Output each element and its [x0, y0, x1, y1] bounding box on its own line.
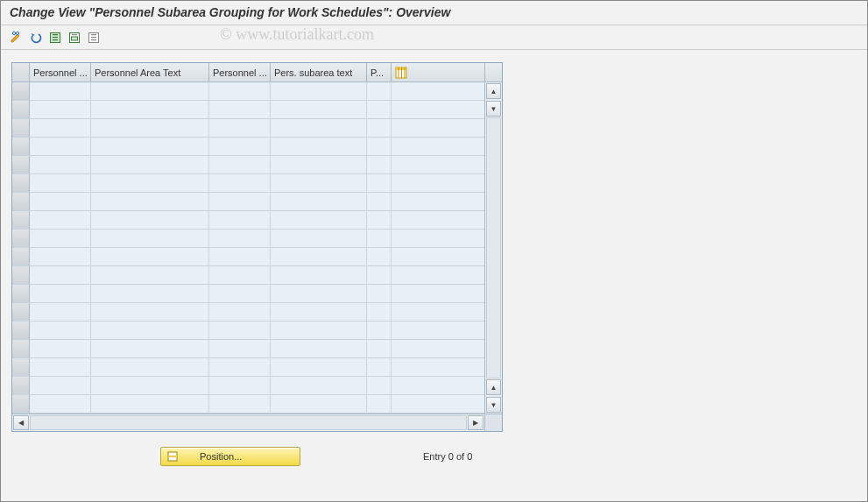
cell-ps-grouping[interactable]	[367, 303, 392, 321]
horizontal-scroll-track[interactable]	[30, 415, 467, 430]
cell-personnel-area[interactable]	[30, 303, 91, 321]
row-selector-header[interactable]	[12, 63, 30, 81]
row-selector[interactable]	[12, 340, 30, 357]
cell-pers-subarea-text[interactable]	[271, 156, 367, 173]
cell-personnel-area-text[interactable]	[91, 193, 209, 210]
cell-personnel-subarea[interactable]	[209, 248, 271, 265]
cell-ps-grouping[interactable]	[367, 138, 392, 155]
row-selector[interactable]	[12, 230, 30, 247]
cell-personnel-subarea[interactable]	[209, 395, 271, 413]
cell-personnel-area-text[interactable]	[91, 285, 209, 302]
cell-pers-subarea-text[interactable]	[271, 138, 367, 155]
cell-personnel-subarea[interactable]	[209, 322, 271, 339]
cell-personnel-area-text[interactable]	[91, 101, 209, 118]
cell-personnel-area-text[interactable]	[91, 211, 209, 229]
row-selector[interactable]	[12, 82, 30, 100]
cell-ps-grouping[interactable]	[367, 193, 392, 210]
cell-ps-grouping[interactable]	[367, 101, 392, 118]
scroll-up-button[interactable]: ▲	[486, 83, 501, 99]
cell-personnel-subarea[interactable]	[209, 303, 271, 321]
cell-personnel-subarea[interactable]	[209, 156, 271, 173]
row-selector[interactable]	[12, 119, 30, 137]
cell-personnel-area[interactable]	[30, 285, 91, 302]
cell-ps-grouping[interactable]	[367, 211, 392, 229]
cell-pers-subarea-text[interactable]	[271, 340, 367, 357]
cell-personnel-area-text[interactable]	[91, 358, 209, 376]
cell-pers-subarea-text[interactable]	[271, 358, 367, 376]
cell-personnel-area[interactable]	[30, 230, 91, 247]
cell-personnel-area[interactable]	[30, 193, 91, 210]
cell-personnel-area-text[interactable]	[91, 377, 209, 394]
column-header-personnel-area-text[interactable]: Personnel Area Text	[91, 63, 209, 81]
cell-ps-grouping[interactable]	[367, 156, 392, 173]
cell-pers-subarea-text[interactable]	[271, 303, 367, 321]
vertical-scroll-track[interactable]	[486, 117, 501, 378]
deselect-all-button[interactable]	[85, 29, 102, 46]
cell-personnel-area-text[interactable]	[91, 174, 209, 192]
row-selector[interactable]	[12, 285, 30, 302]
cell-pers-subarea-text[interactable]	[271, 248, 367, 265]
cell-personnel-subarea[interactable]	[209, 230, 271, 247]
row-selector[interactable]	[12, 377, 30, 394]
cell-personnel-area[interactable]	[30, 248, 91, 265]
cell-ps-grouping[interactable]	[367, 395, 392, 413]
toggle-change-display-button[interactable]	[8, 29, 25, 46]
cell-personnel-area-text[interactable]	[91, 156, 209, 173]
undo-button[interactable]	[27, 29, 45, 46]
row-selector[interactable]	[12, 248, 30, 265]
row-selector[interactable]	[12, 211, 30, 229]
cell-pers-subarea-text[interactable]	[271, 193, 367, 210]
row-selector[interactable]	[12, 138, 30, 155]
column-header-ps-grouping[interactable]: P...	[367, 63, 392, 81]
cell-personnel-area[interactable]	[30, 322, 91, 339]
cell-personnel-area-text[interactable]	[91, 230, 209, 247]
row-selector[interactable]	[12, 395, 30, 413]
cell-ps-grouping[interactable]	[367, 358, 392, 376]
row-selector[interactable]	[12, 101, 30, 118]
cell-personnel-area-text[interactable]	[91, 248, 209, 265]
row-selector[interactable]	[12, 156, 30, 173]
position-button[interactable]: Position...	[160, 447, 300, 466]
cell-personnel-area[interactable]	[30, 395, 91, 413]
cell-pers-subarea-text[interactable]	[271, 101, 367, 118]
cell-personnel-subarea[interactable]	[209, 358, 271, 376]
table-settings-button[interactable]	[392, 63, 411, 81]
cell-personnel-area[interactable]	[30, 82, 91, 100]
cell-personnel-area[interactable]	[30, 174, 91, 192]
cell-personnel-subarea[interactable]	[209, 82, 271, 100]
cell-personnel-subarea[interactable]	[209, 138, 271, 155]
scroll-up-button-2[interactable]: ▲	[486, 379, 501, 395]
scroll-down-button-2[interactable]: ▼	[486, 397, 501, 413]
cell-personnel-area[interactable]	[30, 101, 91, 118]
cell-pers-subarea-text[interactable]	[271, 285, 367, 302]
cell-personnel-subarea[interactable]	[209, 119, 271, 137]
cell-personnel-area[interactable]	[30, 358, 91, 376]
cell-pers-subarea-text[interactable]	[271, 119, 367, 137]
cell-personnel-area[interactable]	[30, 211, 91, 229]
cell-personnel-area[interactable]	[30, 119, 91, 137]
cell-personnel-area-text[interactable]	[91, 322, 209, 339]
cell-personnel-area-text[interactable]	[91, 119, 209, 137]
select-all-button[interactable]	[46, 29, 64, 46]
row-selector[interactable]	[12, 174, 30, 192]
cell-pers-subarea-text[interactable]	[271, 211, 367, 229]
cell-personnel-area-text[interactable]	[91, 303, 209, 321]
cell-personnel-subarea[interactable]	[209, 377, 271, 394]
scroll-right-button[interactable]: ▶	[468, 415, 483, 430]
cell-ps-grouping[interactable]	[367, 340, 392, 357]
scroll-left-button[interactable]: ◀	[13, 415, 29, 430]
row-selector[interactable]	[12, 303, 30, 321]
cell-personnel-subarea[interactable]	[209, 193, 271, 210]
cell-ps-grouping[interactable]	[367, 82, 392, 100]
cell-ps-grouping[interactable]	[367, 119, 392, 137]
cell-ps-grouping[interactable]	[367, 174, 392, 192]
cell-personnel-area-text[interactable]	[91, 138, 209, 155]
cell-personnel-area-text[interactable]	[91, 395, 209, 413]
cell-ps-grouping[interactable]	[367, 322, 392, 339]
select-block-button[interactable]	[66, 29, 83, 46]
cell-personnel-area[interactable]	[30, 156, 91, 173]
row-selector[interactable]	[12, 193, 30, 210]
cell-personnel-subarea[interactable]	[209, 101, 271, 118]
cell-pers-subarea-text[interactable]	[271, 377, 367, 394]
cell-personnel-area-text[interactable]	[91, 340, 209, 357]
